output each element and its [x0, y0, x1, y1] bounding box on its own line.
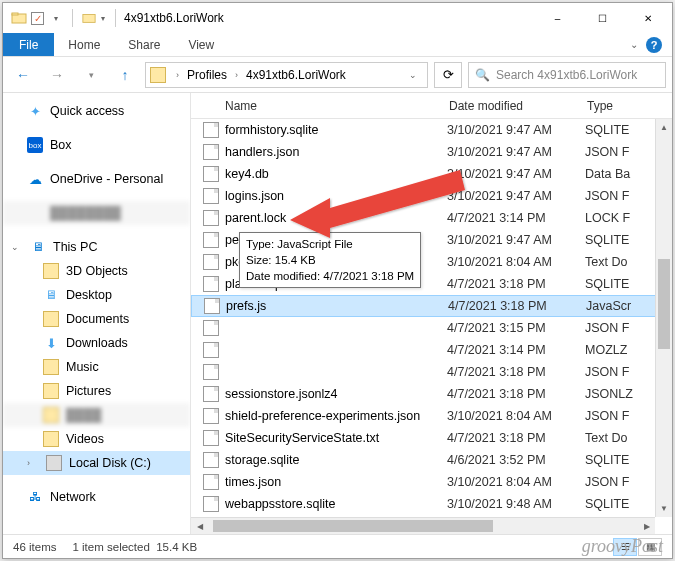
folder-icon: [150, 67, 166, 83]
ribbon-expand-icon[interactable]: ⌄: [622, 33, 646, 56]
search-icon: 🔍: [475, 68, 490, 82]
nav-onedrive[interactable]: ☁OneDrive - Personal: [3, 167, 190, 191]
file-row[interactable]: handlers.json3/10/2021 9:47 AMJSON F: [191, 141, 672, 163]
disk-icon: [46, 455, 62, 471]
column-type[interactable]: Type: [579, 99, 672, 113]
nav-local-disk[interactable]: ›Local Disk (C:): [3, 451, 190, 475]
tab-home[interactable]: Home: [54, 33, 114, 56]
search-input[interactable]: 🔍 Search 4x91xtb6.LoriWork: [468, 62, 666, 88]
file-date: 3/10/2021 9:47 AM: [447, 189, 585, 203]
nav-documents[interactable]: Documents: [3, 307, 190, 331]
file-icon: [203, 210, 219, 226]
file-row[interactable]: storage.sqlite4/6/2021 3:52 PMSQLITE: [191, 449, 672, 471]
nav-downloads[interactable]: ⬇Downloads: [3, 331, 190, 355]
forward-button[interactable]: →: [43, 61, 71, 89]
breadcrumb-segment[interactable]: 4x91xtb6.LoriWork: [242, 68, 350, 82]
close-button[interactable]: ✕: [625, 3, 670, 33]
search-placeholder: Search 4x91xtb6.LoriWork: [496, 68, 637, 82]
file-name: sessionstore.jsonlz4: [225, 387, 447, 401]
nav-box[interactable]: boxBox: [3, 133, 190, 157]
scrollbar-thumb[interactable]: [658, 259, 670, 349]
tab-view[interactable]: View: [174, 33, 228, 56]
file-row[interactable]: key4.db3/10/2021 9:47 AMData Ba: [191, 163, 672, 185]
recent-dropdown[interactable]: ▾: [77, 61, 105, 89]
maximize-button[interactable]: ☐: [580, 3, 625, 33]
file-row[interactable]: logins.json3/10/2021 9:47 AMJSON F: [191, 185, 672, 207]
refresh-button[interactable]: ⟳: [434, 62, 462, 88]
file-row[interactable]: formhistory.sqlite3/10/2021 9:47 AMSQLIT…: [191, 119, 672, 141]
file-date: 3/10/2021 8:04 AM: [447, 409, 585, 423]
scrollbar-thumb[interactable]: [213, 520, 493, 532]
file-row[interactable]: parent.lock4/7/2021 3:14 PMLOCK F: [191, 207, 672, 229]
file-date: 3/10/2021 9:48 AM: [447, 497, 585, 511]
chevron-right-icon[interactable]: ›: [172, 70, 183, 80]
qat-dropdown-icon[interactable]: ▾: [48, 10, 64, 26]
minimize-button[interactable]: –: [535, 3, 580, 33]
chevron-right-icon[interactable]: ›: [27, 458, 39, 468]
nav-3d-objects[interactable]: 3D Objects: [3, 259, 190, 283]
file-icon: [204, 298, 220, 314]
ribbon-tabs: File Home Share View ⌄ ?: [3, 33, 672, 57]
details-view-button[interactable]: ☰: [613, 538, 637, 556]
file-row[interactable]: 4/7/2021 3:14 PMMOZLZ: [191, 339, 672, 361]
scrollbar-vertical[interactable]: ▲ ▼: [655, 119, 672, 517]
file-date: 3/10/2021 8:04 AM: [447, 255, 585, 269]
file-name: parent.lock: [225, 211, 447, 225]
qat-chevron-icon[interactable]: ▾: [101, 14, 105, 23]
nav-videos[interactable]: Videos: [3, 427, 190, 451]
nav-item-blurred[interactable]: ████████: [3, 201, 190, 225]
checkbox-icon[interactable]: ✓: [31, 12, 44, 25]
file-row[interactable]: prefs.js4/7/2021 3:18 PMJavaScr: [191, 295, 672, 317]
scroll-down-icon[interactable]: ▼: [656, 500, 672, 517]
nav-desktop[interactable]: 🖥Desktop: [3, 283, 190, 307]
up-button[interactable]: ↑: [111, 61, 139, 89]
file-icon: [203, 232, 219, 248]
nav-music[interactable]: Music: [3, 355, 190, 379]
scrollbar-horizontal[interactable]: ◀ ▶: [191, 517, 655, 534]
thumbnails-view-button[interactable]: ▦: [638, 538, 662, 556]
nav-this-pc[interactable]: ⌄🖥This PC: [3, 235, 190, 259]
file-icon: [203, 342, 219, 358]
downloads-icon: ⬇: [43, 335, 59, 351]
file-row[interactable]: 4/7/2021 3:18 PMJSON F: [191, 361, 672, 383]
scroll-left-icon[interactable]: ◀: [191, 518, 208, 534]
nav-item-blurred[interactable]: ████: [3, 403, 190, 427]
nav-network[interactable]: 🖧Network: [3, 485, 190, 509]
file-name: webappsstore.sqlite: [225, 497, 447, 511]
navigation-pane: ✦Quick access boxBox ☁OneDrive - Persona…: [3, 93, 190, 534]
breadcrumb[interactable]: › Profiles › 4x91xtb6.LoriWork ⌄: [145, 62, 428, 88]
file-icon: [203, 474, 219, 490]
column-date[interactable]: Date modified: [441, 99, 579, 113]
file-name: handlers.json: [225, 145, 447, 159]
file-row[interactable]: webappsstore.sqlite3/10/2021 9:48 AMSQLI…: [191, 493, 672, 515]
column-name[interactable]: Name: [191, 99, 441, 113]
back-button[interactable]: ←: [9, 61, 37, 89]
file-row[interactable]: sessionstore.jsonlz44/7/2021 3:18 PMJSON…: [191, 383, 672, 405]
scroll-up-icon[interactable]: ▲: [656, 119, 672, 136]
nav-pictures[interactable]: Pictures: [3, 379, 190, 403]
tooltip-type: Type: JavaScript File: [246, 236, 414, 252]
scroll-right-icon[interactable]: ▶: [638, 518, 655, 534]
videos-icon: [43, 431, 59, 447]
cloud-icon: ☁: [27, 171, 43, 187]
folder-small-icon: [81, 10, 97, 26]
tab-share[interactable]: Share: [114, 33, 174, 56]
file-tab[interactable]: File: [3, 33, 54, 56]
file-date: 4/6/2021 3:52 PM: [447, 453, 585, 467]
star-icon: ✦: [27, 103, 43, 119]
file-row[interactable]: 4/7/2021 3:15 PMJSON F: [191, 317, 672, 339]
file-date: 4/7/2021 3:18 PM: [447, 365, 585, 379]
file-list[interactable]: formhistory.sqlite3/10/2021 9:47 AMSQLIT…: [191, 119, 672, 534]
help-button[interactable]: ?: [646, 37, 662, 53]
breadcrumb-dropdown-icon[interactable]: ⌄: [403, 70, 423, 80]
chevron-down-icon[interactable]: ⌄: [11, 242, 23, 252]
network-icon: 🖧: [27, 489, 43, 505]
nav-quick-access[interactable]: ✦Quick access: [3, 99, 190, 123]
pc-icon: 🖥: [30, 239, 46, 255]
file-row[interactable]: shield-preference-experiments.json3/10/2…: [191, 405, 672, 427]
file-row[interactable]: times.json3/10/2021 8:04 AMJSON F: [191, 471, 672, 493]
tooltip-size: Size: 15.4 KB: [246, 252, 414, 268]
chevron-right-icon[interactable]: ›: [231, 70, 242, 80]
breadcrumb-segment[interactable]: Profiles: [183, 68, 231, 82]
file-row[interactable]: SiteSecurityServiceState.txt4/7/2021 3:1…: [191, 427, 672, 449]
